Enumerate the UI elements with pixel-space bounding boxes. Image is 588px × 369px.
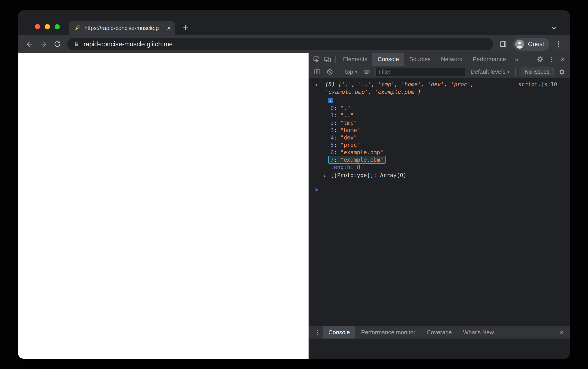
avatar-icon — [515, 39, 525, 49]
back-button[interactable] — [24, 38, 35, 50]
browser-window: https://rapid-concise-muscle.g × + — [18, 10, 570, 359]
devtools-tab-network[interactable]: Network — [436, 53, 467, 66]
divider — [339, 68, 339, 76]
minimize-window-button[interactable] — [45, 24, 50, 29]
drawer-tab-performance-monitor[interactable]: Performance monitor — [355, 326, 421, 338]
devtools-panel: ElementsConsoleSourcesNetworkPerformance… — [309, 53, 570, 359]
browser-tab[interactable]: https://rapid-concise-muscle.g × — [70, 20, 175, 35]
inspect-element-icon[interactable] — [311, 54, 322, 65]
context-selector[interactable]: top ▾ — [343, 68, 360, 75]
prototype-row[interactable]: ▶[[Prototype]]: Array(0) — [315, 171, 557, 180]
page-content[interactable] — [18, 53, 309, 359]
tab-close-icon[interactable]: × — [167, 24, 171, 31]
side-panel-button[interactable] — [497, 38, 509, 50]
log-levels-selector[interactable]: Default levels ▾ — [468, 68, 512, 75]
array-property-row: 1: ".." — [315, 112, 557, 119]
tab-search-chevron-icon[interactable] — [549, 23, 558, 33]
console-message: ▼ (8) ['.', '..', 'tmp', 'home', 'dev', … — [309, 78, 570, 183]
console-sidebar-icon[interactable] — [312, 66, 323, 77]
navigation-bar: rapid-concise-muscle.glitch.me Guest — [18, 35, 570, 53]
array-property-list: 0: "."1: ".."2: "tmp"3: "home"4: "dev"5:… — [315, 104, 557, 164]
drawer-tab-bar: ConsolePerformance monitorCoverageWhat's… — [309, 326, 570, 338]
lock-icon[interactable] — [73, 41, 80, 48]
browser-menu-kebab-icon[interactable] — [553, 38, 564, 50]
console-source-link[interactable]: script.js:10 — [518, 81, 557, 88]
drawer-tab-coverage[interactable]: Coverage — [421, 326, 457, 338]
console-toolbar: top ▾ Default levels ▾ No Issues — [309, 66, 570, 78]
info-row: i — [328, 98, 557, 103]
clear-console-icon[interactable] — [324, 66, 335, 77]
device-toolbar-icon[interactable] — [322, 54, 333, 65]
array-preview-values: ['.', '..', 'tmp', 'home', 'dev', 'proc'… — [325, 81, 474, 95]
devtools-close-icon[interactable]: × — [557, 54, 568, 65]
drawer-tab-list: ConsolePerformance monitorCoverageWhat's… — [323, 326, 499, 338]
url-text: rapid-concise-muscle.glitch.me — [83, 41, 173, 48]
devtools-tab-bar: ElementsConsoleSourcesNetworkPerformance… — [309, 53, 570, 66]
devtools-tab-performance[interactable]: Performance — [467, 53, 511, 66]
drawer-tab-console[interactable]: Console — [323, 326, 355, 338]
settings-gear-icon[interactable] — [535, 54, 546, 65]
new-tab-button[interactable]: + — [180, 22, 191, 34]
divider — [335, 56, 336, 63]
array-property-row: 2: "tmp" — [315, 119, 557, 126]
prompt-chevron-icon: > — [315, 186, 318, 193]
profile-name: Guest — [528, 41, 544, 48]
array-property-row: 4: "dev" — [315, 134, 557, 141]
close-window-button[interactable] — [35, 24, 40, 29]
party-popper-favicon-icon — [74, 24, 81, 31]
array-property-row: 0: "." — [315, 104, 557, 112]
chevron-down-icon: ▾ — [355, 69, 357, 74]
drawer-close-icon[interactable]: × — [556, 327, 568, 338]
profile-chip[interactable]: Guest — [513, 38, 549, 51]
console-messages: ▼ (8) ['.', '..', 'tmp', 'home', 'dev', … — [309, 78, 570, 326]
tab-strip: https://rapid-concise-muscle.g × + — [18, 10, 570, 35]
devtools-tab-bar-right: × — [535, 54, 568, 65]
desktop-background: https://rapid-concise-muscle.g × + — [0, 0, 588, 369]
reload-button[interactable] — [51, 38, 63, 50]
array-length-row: length: 8 — [315, 164, 557, 171]
devtools-tab-sources[interactable]: Sources — [404, 53, 436, 66]
devtools-tab-elements[interactable]: Elements — [338, 53, 372, 66]
info-icon: i — [328, 98, 333, 103]
issues-badge[interactable]: No Issues — [521, 67, 554, 76]
array-preview[interactable]: (8) ['.', '..', 'tmp', 'home', 'dev', 'p… — [325, 81, 514, 96]
address-bar[interactable]: rapid-concise-muscle.glitch.me — [67, 38, 493, 50]
tab-title: https://rapid-concise-muscle.g — [84, 25, 164, 31]
expand-prototype-icon[interactable]: ▶ — [324, 172, 331, 180]
drawer-menu-kebab-icon[interactable] — [312, 327, 323, 338]
more-tabs-icon[interactable]: » — [511, 56, 522, 63]
console-prompt[interactable]: > — [309, 183, 570, 193]
array-property-row: 3: "home" — [315, 126, 557, 134]
array-property-row: 7: "example.pbm" — [315, 156, 557, 164]
chevron-down-icon: ▾ — [507, 69, 510, 74]
divider — [516, 68, 516, 76]
forward-button[interactable] — [38, 38, 49, 50]
devtools-menu-kebab-icon[interactable] — [546, 54, 557, 65]
live-expression-eye-icon[interactable] — [361, 66, 372, 77]
window-controls — [35, 24, 60, 29]
fullscreen-window-button[interactable] — [55, 24, 60, 29]
console-filter-input[interactable] — [375, 68, 465, 76]
expand-array-icon[interactable]: ▼ — [315, 81, 325, 89]
drawer-content — [309, 338, 570, 359]
drawer-tab-what-s-new[interactable]: What's New — [457, 326, 499, 338]
console-settings-gear-icon[interactable] — [556, 66, 568, 77]
devtools-tab-console[interactable]: Console — [372, 53, 404, 66]
devtools-tab-list: ElementsConsoleSourcesNetworkPerformance — [338, 53, 511, 66]
array-property-row: 6: "example.bmp" — [315, 149, 557, 156]
content-area: ElementsConsoleSourcesNetworkPerformance… — [18, 53, 570, 359]
array-property-row: 5: "proc" — [315, 141, 557, 149]
